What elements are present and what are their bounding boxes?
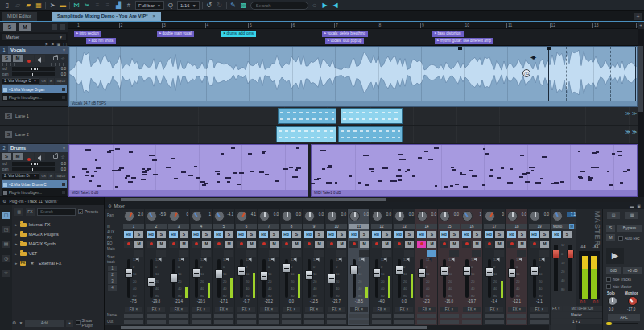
monitor-button[interactable] xyxy=(359,250,369,257)
fader-cap[interactable] xyxy=(350,265,358,274)
take-clip[interactable] xyxy=(276,126,336,142)
star-icon[interactable]: ☆ xyxy=(61,155,65,159)
record-arm-button[interactable] xyxy=(24,153,34,160)
side-solo-button[interactable]: S xyxy=(606,225,615,232)
mute-button[interactable]: M xyxy=(13,153,23,160)
mute-button[interactable]: M xyxy=(495,241,504,248)
record-arm-button[interactable] xyxy=(24,55,34,62)
mute-button[interactable]: M xyxy=(473,241,481,248)
pan-knob[interactable] xyxy=(349,211,360,221)
solo-button[interactable]: S xyxy=(450,231,459,238)
master-pan-knob[interactable] xyxy=(552,211,563,221)
channel-name-box[interactable] xyxy=(259,314,279,318)
mixer-channel-strip[interactable]: -5.92RdSM12010204080-29.8FX× xyxy=(145,209,167,325)
open-folder-icon[interactable]: ▰ xyxy=(24,2,32,10)
cursor-tool-icon[interactable]: ➤ xyxy=(48,2,56,10)
mute-button[interactable]: M xyxy=(180,241,188,248)
fader-slot[interactable] xyxy=(127,259,130,298)
close-icon[interactable]: × xyxy=(316,307,319,312)
master-mute-button[interactable]: M xyxy=(569,224,574,229)
track-title-bar[interactable]: 1 Vocals ▼ xyxy=(0,46,68,54)
mixer-channel-strip[interactable]: 0.08RdSM120102040800.0FX× xyxy=(280,209,303,325)
mute-button[interactable]: M xyxy=(337,241,346,248)
mute-button[interactable]: M xyxy=(247,241,256,248)
read-automation-button[interactable]: Rd xyxy=(124,231,133,238)
close-icon[interactable]: × xyxy=(136,307,138,312)
channel-number[interactable]: 1 xyxy=(123,224,144,229)
mixer-channel-strip[interactable]: 2.01RdSM12010204080-7.5FX× xyxy=(122,209,145,325)
object-end-line[interactable] xyxy=(635,47,636,101)
plugin-tree-item[interactable]: ▸Internal FX xyxy=(12,220,103,229)
gain-0db-button[interactable]: 0dB xyxy=(606,267,621,274)
load-icon[interactable]: ▱ xyxy=(14,2,22,10)
mixer-channel-strip[interactable]: 0.09RdSM12010204080-12.5FX× xyxy=(303,209,325,325)
global-solo-button[interactable]: S xyxy=(3,23,16,31)
input-button[interactable]: In xyxy=(48,78,54,85)
read-automation-button[interactable]: Rd xyxy=(169,231,178,238)
channel-name-box[interactable] xyxy=(237,314,256,318)
fader-slot[interactable] xyxy=(488,259,491,298)
plugin-search-input[interactable] xyxy=(37,208,76,216)
record-arm-button[interactable] xyxy=(147,241,155,248)
pan-knob[interactable] xyxy=(394,211,405,221)
close-icon[interactable]: × xyxy=(474,307,477,312)
solo-button[interactable]: S xyxy=(134,231,143,238)
channel-out-box[interactable] xyxy=(327,320,346,324)
close-icon[interactable]: × xyxy=(452,307,454,312)
record-arm-button[interactable] xyxy=(169,241,178,248)
monitor-button[interactable] xyxy=(35,55,45,62)
plugin-panel-header[interactable]: ⚙Plug-ins - Track 11 "Violins" xyxy=(0,197,104,205)
mute-button[interactable]: M xyxy=(427,241,436,248)
take-clip[interactable] xyxy=(278,108,336,124)
mixer-horizontal-scrollbar[interactable] xyxy=(105,325,549,330)
close-icon[interactable]: × xyxy=(159,307,161,312)
pan-knob[interactable] xyxy=(530,211,540,221)
fader-cap[interactable] xyxy=(283,263,291,273)
mixer-channel-strip[interactable]: 017RdSM12010204080-3.4FX× xyxy=(483,209,506,325)
fader-cap[interactable] xyxy=(530,266,539,276)
search-input[interactable] xyxy=(250,2,308,10)
channel-number[interactable]: 15 xyxy=(439,224,460,229)
solo-button[interactable]: S xyxy=(225,231,233,238)
master-fader-cap[interactable] xyxy=(567,250,574,258)
channel-out-box[interactable] xyxy=(259,320,279,324)
channel-out-box[interactable] xyxy=(372,320,391,324)
fx-row-label[interactable]: FX xyxy=(107,236,112,240)
chevron-down-icon[interactable]: ▼ xyxy=(62,146,66,151)
fader-cap[interactable] xyxy=(192,268,200,278)
bypass-button[interactable]: Bypass xyxy=(617,225,642,232)
mute-button[interactable]: M xyxy=(540,241,549,248)
channel-fx-button[interactable]: FX× xyxy=(485,307,503,312)
solo-button[interactable]: S xyxy=(2,55,11,62)
channel-name-box[interactable] xyxy=(507,314,526,318)
marker-lane[interactable]: ⚑intro section⚑add rim shots⚑double main… xyxy=(68,29,638,46)
channel-number[interactable]: 4 xyxy=(191,224,212,229)
monitor-button[interactable] xyxy=(427,250,436,257)
monitor-button[interactable] xyxy=(246,250,256,257)
fader-slot[interactable] xyxy=(240,259,243,298)
read-automation-button[interactable]: Rd xyxy=(530,231,539,238)
object-handle[interactable] xyxy=(547,47,551,50)
plugin-slot-active[interactable]: +2:Vita Urban Drums C xyxy=(2,180,67,188)
fader-slot[interactable] xyxy=(465,259,469,298)
channel-fx-button[interactable]: FX× xyxy=(530,307,548,312)
channel-number[interactable]: 16 xyxy=(461,224,482,229)
plugins-view-icon[interactable]: ▢ xyxy=(2,212,10,219)
gear-icon[interactable]: ⚙ xyxy=(108,204,111,208)
mixer-channel-strip[interactable]: 0.012RdSM12010204080-4.0FX× xyxy=(370,209,393,325)
input-button[interactable]: In xyxy=(48,173,54,179)
chevron-right-icon[interactable]: ▸ xyxy=(15,251,18,256)
channel-name-box[interactable] xyxy=(440,314,459,318)
scrollbar-thumb[interactable] xyxy=(638,46,643,112)
monitor-button[interactable] xyxy=(539,250,549,257)
timeline-marker[interactable]: ⚑drums: add toms xyxy=(221,31,256,37)
lane-solo-button[interactable]: S xyxy=(5,113,12,119)
solo-button[interactable]: S xyxy=(427,231,436,238)
mute-options-icon[interactable] xyxy=(52,24,57,30)
track-title-bar[interactable]: 2 Drums ▼ xyxy=(0,144,68,152)
fader-slot[interactable] xyxy=(195,259,198,298)
close-icon[interactable]: × xyxy=(153,14,156,19)
mixer-channel-strip[interactable]: 0.019RdSM12010204080-2.1FX× xyxy=(528,209,551,325)
close-icon[interactable]: × xyxy=(407,307,409,312)
read-automation-button[interactable]: Rd xyxy=(485,231,493,238)
